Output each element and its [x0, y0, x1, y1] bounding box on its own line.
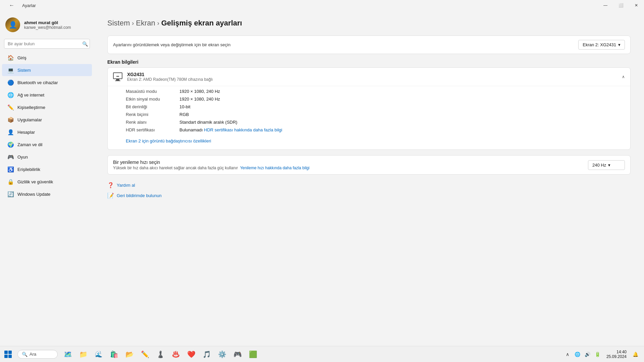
screen-info-title: Ekran bilgileri	[107, 59, 631, 65]
nav-icon-home: 🏠	[7, 54, 14, 61]
taskbar-app-chess[interactable]: ♟️	[153, 347, 168, 362]
nav-label-home: Giriş	[17, 55, 26, 60]
taskbar-app-gaming[interactable]: 🎮	[230, 347, 245, 362]
nav-label-time: Zaman ve dil	[17, 142, 42, 147]
breadcrumb-sistem[interactable]: Sistem	[107, 19, 130, 27]
nav-icon-gaming: 🎮	[7, 154, 14, 160]
clock-time: 14:40	[616, 350, 627, 354]
sidebar-item-accessibility[interactable]: ♿ Erişilebilirlik	[2, 163, 92, 175]
adapter-link[interactable]: Ekran 2 için görüntü bağdaştırıcısı özel…	[126, 136, 211, 144]
screen-name: XG2431	[127, 72, 213, 77]
windows-logo	[4, 351, 12, 358]
minimize-button[interactable]: —	[598, 0, 613, 11]
user-name: ahmet murat göl	[24, 20, 71, 25]
detail-bit-label: Bit derinliği	[126, 104, 179, 109]
taskbar-search-placeholder: Ara	[30, 352, 36, 357]
taskbar-right: ∧ 🌐 🔊 🔋 14:40 25.09.2024 🔔	[563, 349, 644, 360]
screen-header[interactable]: ▬ XG2431 Ekran 2: AMD Radeon(TM) 780M ci…	[108, 68, 630, 86]
app-container: 👤 ahmet murat göl kanwe_wes@hotmail.com …	[0, 11, 644, 362]
search-input[interactable]	[4, 39, 90, 49]
hdr-link[interactable]: HDR sertifikası hakkında daha fazla bilg…	[204, 127, 282, 132]
sidebar-item-update[interactable]: 🔄 Windows Update	[2, 188, 92, 200]
win-logo-sq-2	[8, 351, 12, 354]
detail-renk-bicimi-label: Renk biçimi	[126, 112, 179, 117]
avatar[interactable]: 👤	[5, 17, 20, 32]
tray-volume-icon[interactable]: 🔊	[583, 349, 592, 360]
taskbar-app-fileexplorer[interactable]: 📁	[76, 347, 91, 362]
help-get-link[interactable]: ❓ Yardım al	[107, 180, 631, 190]
close-button[interactable]: ✕	[629, 0, 644, 11]
nav-icon-network: 🌐	[7, 92, 14, 98]
screen-name-block: XG2431 Ekran 2: AMD Radeon(TM) 780M ciha…	[127, 72, 213, 82]
breadcrumb-ekran[interactable]: Ekran	[136, 19, 155, 27]
taskbar-app-maps[interactable]: 🗺️	[60, 347, 75, 362]
nav-icon-accessibility: ♿	[7, 166, 14, 173]
taskbar-app-steam[interactable]: ♨️	[168, 347, 183, 362]
sidebar-item-apps[interactable]: 📦 Uygulamalar	[2, 114, 92, 126]
detail-hdr: HDR sertifikası Bulunamadı HDR sertifika…	[126, 126, 625, 134]
nav-label-privacy: Gizlilik ve güvenlik	[17, 179, 53, 184]
taskbar-app-health[interactable]: ❤️	[184, 347, 199, 362]
detail-sinyal-value: 1920 × 1080, 240 Hz	[179, 97, 220, 102]
screen-info-card: ▬ XG2431 Ekran 2: AMD Radeon(TM) 780M ci…	[107, 67, 631, 150]
screen-dropdown-value: Ekran 2: XG2431	[583, 42, 616, 47]
help-icon: ❓	[107, 182, 114, 188]
win-logo-sq-1	[4, 351, 8, 354]
clock[interactable]: 14:40 25.09.2024	[604, 350, 629, 359]
taskbar-app-nvidia[interactable]: 🟩	[246, 347, 260, 362]
notification-icon[interactable]: 🔔	[631, 349, 640, 360]
win-logo-sq-3	[4, 355, 8, 358]
tray-network-icon[interactable]: 🌐	[573, 349, 582, 360]
sidebar-item-bluetooth[interactable]: 🔵 Bluetooth ve cihazlar	[2, 76, 92, 88]
sidebar-item-system[interactable]: 💻 Sistem	[2, 64, 92, 76]
screen-details: Masaüstü modu 1920 × 1080, 240 Hz Etkin …	[108, 86, 630, 149]
detail-sinyal-label: Etkin sinyal modu	[126, 97, 179, 102]
screen-sub: Ekran 2: AMD Radeon(TM) 780M cihazına ba…	[127, 77, 213, 82]
nav-label-personalize: Kişiselleştirme	[17, 105, 45, 110]
user-email: kanwe_wes@hotmail.com	[24, 25, 71, 30]
sidebar-item-gaming[interactable]: 🎮 Oyun	[2, 151, 92, 163]
tray-expand-icon[interactable]: ∧	[563, 349, 572, 360]
detail-renk-bicimi: Renk biçimi RGB	[126, 111, 625, 118]
nav-label-system: Sistem	[17, 68, 31, 73]
back-button[interactable]: ←	[4, 0, 19, 11]
main-content: Sistem › Ekran › Gelişmiş ekran ayarları…	[94, 11, 644, 362]
taskbar-app-settings[interactable]: ⚙️	[215, 347, 229, 362]
tray-battery-icon[interactable]: 🔋	[593, 349, 602, 360]
taskbar-search-icon: 🔍	[22, 352, 28, 357]
sidebar-item-home[interactable]: 🏠 Giriş	[2, 52, 92, 64]
taskbar-app-edge[interactable]: 🌊	[91, 347, 106, 362]
refresh-link[interactable]: Yenileme hızı hakkında daha fazla bilgi	[240, 166, 310, 170]
screen-dropdown-chevron: ▾	[618, 42, 621, 47]
detail-renk-alani-label: Renk alanı	[126, 120, 179, 125]
refresh-desc: Yüksek bir hız daha akıcı hareket sağlar…	[113, 166, 588, 170]
nav-label-gaming: Oyun	[17, 155, 28, 160]
sidebar-item-time[interactable]: 🌍 Zaman ve dil	[2, 138, 92, 150]
sidebar: 👤 ahmet murat göl kanwe_wes@hotmail.com …	[0, 11, 94, 362]
titlebar-controls: — ⬜ ✕	[598, 0, 644, 11]
detail-masaustu-value: 1920 × 1080, 240 Hz	[179, 89, 220, 94]
refresh-dropdown[interactable]: 240 Hz ▾	[588, 160, 625, 170]
screen-dropdown[interactable]: Ekran 2: XG2431 ▾	[578, 40, 625, 50]
nav-icon-personalize: ✏️	[7, 104, 14, 111]
start-button[interactable]	[0, 346, 16, 362]
titlebar: ← Ayarlar — ⬜ ✕	[0, 0, 644, 11]
taskbar-app-onenote[interactable]: ✏️	[138, 347, 152, 362]
titlebar-title: Ayarlar	[22, 3, 36, 8]
maximize-button[interactable]: ⬜	[613, 0, 629, 11]
breadcrumb-sep-2: ›	[157, 20, 159, 27]
sidebar-item-network[interactable]: 🌐 Ağ ve internet	[2, 89, 92, 101]
taskbar-app-folder[interactable]: 📂	[122, 347, 137, 362]
feedback-link[interactable]: 📝 Geri bildirimde bulunun	[107, 190, 631, 201]
taskbar-app-spotify[interactable]: 🎵	[199, 347, 214, 362]
sidebar-item-privacy[interactable]: 🔒 Gizlilik ve güvenlik	[2, 176, 92, 188]
sidebar-item-accounts[interactable]: 👤 Hesaplar	[2, 126, 92, 138]
user-info: ahmet murat göl kanwe_wes@hotmail.com	[24, 20, 71, 30]
search-icon: 🔍	[82, 41, 88, 47]
help-label: Yardım al	[117, 183, 135, 188]
detail-masaustu: Masaüstü modu 1920 × 1080, 240 Hz	[126, 87, 625, 95]
nav-label-accessibility: Erişilebilirlik	[17, 167, 40, 172]
taskbar-app-store[interactable]: 🛍️	[107, 347, 121, 362]
sidebar-item-personalize[interactable]: ✏️ Kişiselleştirme	[2, 101, 92, 113]
taskbar-search[interactable]: 🔍 Ara	[17, 350, 58, 359]
